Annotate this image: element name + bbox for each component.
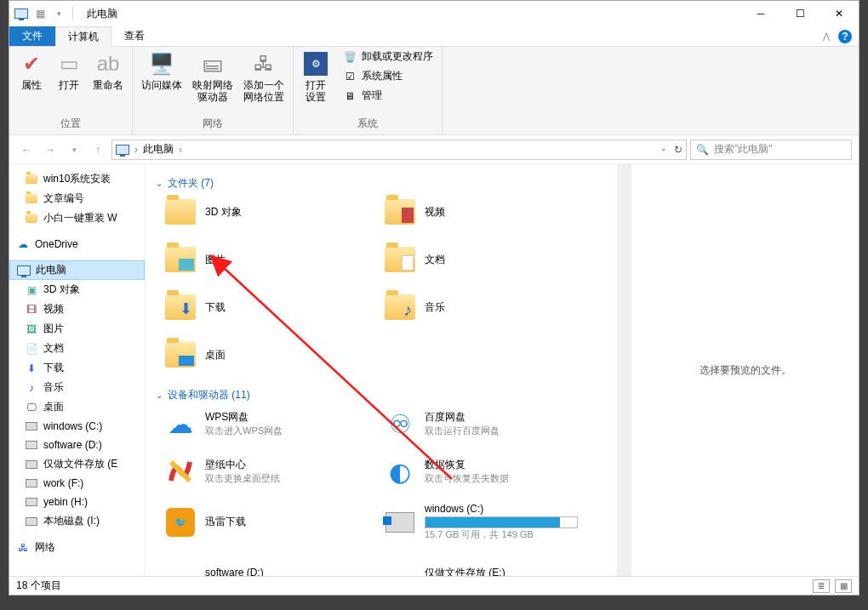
rename-button[interactable]: ab 重命名	[88, 48, 128, 93]
properties-icon: ✔	[18, 50, 45, 77]
map-drive-icon: 🖴	[199, 50, 226, 77]
breadcrumb-root[interactable]: 此电脑	[143, 142, 174, 157]
nav-music[interactable]: ♪音乐	[9, 378, 145, 397]
navbar: ← → ▾ ↑ › 此电脑 › ⌄ ↻ 🔍 搜索"此电脑"	[9, 135, 859, 164]
search-icon: 🔍	[696, 144, 709, 156]
group-network-label: 网络	[136, 115, 289, 133]
nav-documents[interactable]: 📄文档	[9, 339, 145, 358]
drive-xunlei[interactable]: 🐦迅雷下载	[164, 503, 377, 541]
open-icon: ▭	[55, 50, 83, 77]
uninstall-icon: 🗑️	[343, 50, 357, 64]
group-location-label: 位置	[13, 115, 128, 133]
ribbon: ✔ 属性 ▭ 打开 ab 重命名 位置 🖥️ 访问媒体	[9, 47, 859, 135]
folder-desktop[interactable]: 桌面	[164, 339, 377, 371]
folder-pictures[interactable]: 图片	[164, 243, 377, 276]
rename-icon: ab	[94, 50, 122, 77]
chevron-down-icon: ⌄	[156, 179, 163, 188]
folder-music[interactable]: ♪音乐	[384, 291, 597, 323]
help-icon[interactable]: ?	[838, 30, 852, 43]
search-input[interactable]: 🔍 搜索"此电脑"	[690, 140, 852, 160]
back-button[interactable]: ←	[16, 140, 37, 160]
up-button[interactable]: ↑	[88, 140, 108, 160]
pc-icon	[116, 145, 129, 155]
nav-onedrive[interactable]: ☁OneDrive	[9, 235, 145, 254]
content-pane[interactable]: ⌄ 文件夹 (7) 3D 对象 视频 图片 文档 ⬇下载 ♪音乐 桌面 ⌄ 设备…	[146, 164, 617, 576]
section-drives-header[interactable]: ⌄ 设备和驱动器 (11)	[149, 383, 614, 408]
ribbon-collapse-icon[interactable]: ⋀	[823, 31, 830, 41]
item-count: 18 个项目	[16, 579, 61, 593]
address-dropdown-icon[interactable]: ⌄	[660, 144, 667, 156]
nav-drive-d[interactable]: software (D:)	[9, 436, 145, 454]
folder-videos[interactable]: 视频	[384, 196, 597, 228]
nav-network[interactable]: 🖧网络	[9, 538, 145, 557]
nav-quick-item[interactable]: 文章编号	[9, 189, 145, 208]
maximize-button[interactable]: ☐	[780, 1, 819, 26]
drive-c[interactable]: windows (C:)15.7 GB 可用，共 149 GB	[384, 503, 597, 541]
drive-baidu[interactable]: ♾百度网盘双击运行百度网盘	[384, 408, 597, 440]
add-location-icon: 🖧	[250, 50, 277, 77]
nav-pictures[interactable]: 🖼图片	[9, 319, 145, 339]
tab-view[interactable]: 查看	[111, 26, 157, 46]
open-button[interactable]: ▭ 打开	[50, 48, 88, 93]
sysprop-icon: ☑	[343, 70, 357, 83]
window-title: 此电脑	[87, 7, 117, 21]
open-settings-button[interactable]: ⚙ 打开 设置	[297, 48, 334, 105]
system-properties-button[interactable]: ☑ 系统属性	[338, 68, 438, 84]
manage-button[interactable]: 🖥 管理	[338, 88, 438, 104]
nav-drive-f[interactable]: work (F:)	[9, 474, 145, 493]
drive-recovery[interactable]: ◐数据恢复双击可恢复丢失数据	[384, 455, 597, 487]
folder-downloads[interactable]: ⬇下载	[164, 291, 377, 323]
nav-drive-c[interactable]: windows (C:)	[9, 417, 145, 436]
refresh-button[interactable]: ↻	[674, 144, 682, 156]
navigation-pane[interactable]: win10系统安装 文章编号 小白一键重装 W ☁OneDrive 此电脑 ▣3…	[9, 164, 146, 576]
nav-quick-item[interactable]: 小白一键重装 W	[9, 208, 145, 228]
nav-drive-h[interactable]: yebin (H:)	[9, 493, 145, 511]
access-media-button[interactable]: 🖥️ 访问媒体	[136, 48, 187, 93]
nav-desktop[interactable]: 🖵桌面	[9, 397, 145, 417]
nav-videos[interactable]: 🎞视频	[9, 299, 145, 319]
nav-3d-objects[interactable]: ▣3D 对象	[9, 280, 145, 299]
nav-drive-e[interactable]: 仅做文件存放 (E	[9, 454, 145, 474]
drive-e[interactable]: 仅做文件存放 (E:)	[384, 556, 597, 576]
nav-drive-i[interactable]: 本地磁盘 (I:)	[9, 511, 145, 531]
details-view-button[interactable]: ≣	[813, 579, 830, 593]
folder-documents[interactable]: 文档	[384, 243, 597, 276]
chevron-down-icon: ⌄	[156, 391, 163, 400]
titlebar: ▦ ▾ 此电脑 ─ ☐ ✕	[9, 1, 859, 26]
drive-wallpaper[interactable]: 壁纸中心双击更换桌面壁纸	[164, 455, 377, 487]
group-system-label: 系统	[297, 115, 438, 133]
minimize-button[interactable]: ─	[741, 1, 780, 26]
drive-d[interactable]: software (D:)	[164, 556, 377, 576]
map-drive-button[interactable]: 🖴 映射网络 驱动器	[187, 48, 238, 105]
drive-c-progress	[425, 516, 578, 528]
nav-downloads[interactable]: ⬇下载	[9, 358, 145, 378]
qat-properties-icon[interactable]: ▦	[31, 5, 49, 22]
manage-icon: 🖥	[343, 89, 357, 103]
address-bar[interactable]: › 此电脑 › ⌄ ↻	[111, 140, 687, 160]
tiles-view-button[interactable]: ▦	[835, 579, 852, 593]
settings-icon: ⚙	[302, 50, 329, 77]
close-button[interactable]: ✕	[819, 1, 859, 26]
section-folders-header[interactable]: ⌄ 文件夹 (7)	[149, 171, 614, 196]
add-location-button[interactable]: 🖧 添加一个 网络位置	[238, 48, 289, 105]
recent-dropdown[interactable]: ▾	[64, 140, 84, 160]
qat-dropdown-icon[interactable]: ▾	[50, 5, 67, 22]
nav-this-pc[interactable]: 此电脑	[9, 260, 145, 280]
media-icon: 🖥️	[148, 50, 175, 77]
ribbon-tabs: 文件 计算机 查看 ⋀ ?	[9, 26, 859, 47]
content-scrollbar[interactable]	[617, 164, 631, 576]
system-icon[interactable]	[13, 5, 30, 22]
tab-computer[interactable]: 计算机	[55, 26, 111, 47]
forward-button[interactable]: →	[40, 140, 60, 160]
statusbar: 18 个项目 ≣ ▦	[9, 576, 859, 595]
preview-pane: 选择要预览的文件。	[631, 164, 859, 576]
uninstall-button[interactable]: 🗑️ 卸载或更改程序	[338, 48, 438, 65]
folder-3d-objects[interactable]: 3D 对象	[164, 196, 377, 228]
drive-wps[interactable]: ☁WPS网盘双击进入WPS网盘	[164, 408, 377, 440]
nav-quick-item[interactable]: win10系统安装	[9, 169, 145, 189]
properties-button[interactable]: ✔ 属性	[13, 48, 50, 93]
tab-file[interactable]: 文件	[9, 26, 55, 46]
